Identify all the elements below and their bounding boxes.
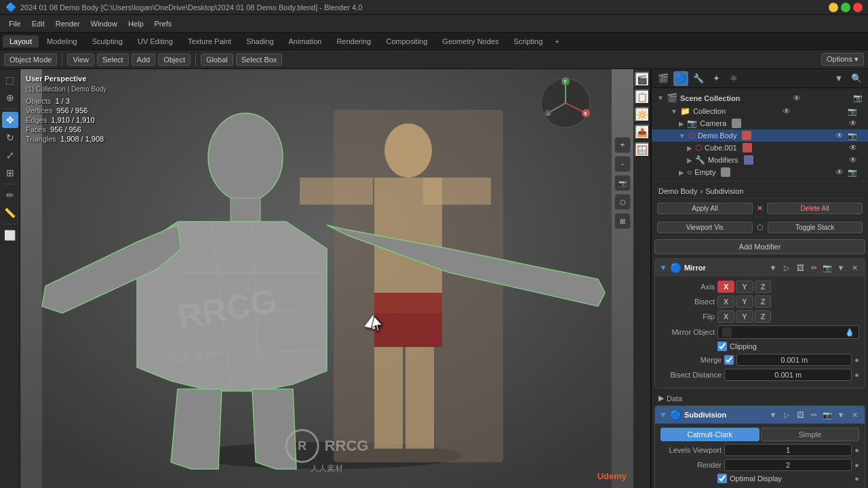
- annotate-tool[interactable]: ✏: [2, 187, 18, 203]
- add-modifier-button[interactable]: Add Modifier: [654, 239, 865, 254]
- axis-y-button[interactable]: Y: [736, 281, 753, 293]
- subdivision-expand-toggle[interactable]: ▼: [659, 410, 667, 420]
- outliner-empty[interactable]: ▶ ○ Empty 👁 📷: [652, 166, 868, 178]
- zoom-out-button[interactable]: -: [614, 156, 631, 172]
- render-value[interactable]: 2: [724, 459, 852, 471]
- demo-body-camera-icon[interactable]: 📷: [848, 131, 857, 140]
- empty-camera-icon[interactable]: 📷: [848, 168, 857, 177]
- measure-tool[interactable]: 📏: [2, 205, 18, 221]
- view-menu[interactable]: View: [67, 54, 94, 66]
- camera-eye[interactable]: 👁: [849, 119, 857, 128]
- optimal-dot[interactable]: ●: [854, 474, 859, 483]
- outliner-camera[interactable]: ▶ 📷 Camera 👁: [652, 117, 868, 129]
- tab-animation[interactable]: Animation: [282, 35, 329, 47]
- move-tool[interactable]: ✥: [2, 112, 18, 128]
- select-menu[interactable]: Select: [97, 54, 129, 66]
- axis-z-button[interactable]: Z: [755, 281, 772, 293]
- toggle-quad-button[interactable]: ⊞: [614, 213, 631, 229]
- toggle-stack-button[interactable]: Toggle Stack: [768, 222, 863, 233]
- viewport-vis-button[interactable]: Viewport Vis: [657, 222, 753, 233]
- outliner-cube-001[interactable]: ▶ ⬡ Cube.001 👁: [652, 142, 868, 154]
- bisect-distance-value[interactable]: 0.001 m: [724, 369, 852, 381]
- zoom-in-button[interactable]: +: [614, 137, 631, 153]
- minimize-button[interactable]: [829, 3, 838, 12]
- subdivision-camera-icon[interactable]: 📷: [821, 409, 833, 421]
- menu-help[interactable]: Help: [123, 18, 149, 29]
- modifier-panel-icon[interactable]: 🔧: [691, 71, 706, 86]
- mirror-camera-icon[interactable]: 📷: [821, 262, 833, 274]
- viewport-gizmo[interactable]: Y X -Z: [538, 76, 593, 130]
- add-menu[interactable]: Add: [132, 54, 156, 66]
- scale-tool[interactable]: ⤢: [2, 147, 18, 163]
- bisect-dot-icon[interactable]: ●: [854, 371, 859, 379]
- mirror-eyedropper[interactable]: 💧: [845, 328, 854, 337]
- orientation-dropdown[interactable]: Global: [201, 54, 233, 66]
- mirror-card-header[interactable]: ▼ 🔵 Mirror ▼ ▷ 🖼 ✏ 📷 ▼ ✕: [655, 259, 865, 277]
- render-settings-icon[interactable]: 🔆: [635, 107, 650, 122]
- close-button[interactable]: [853, 3, 863, 12]
- axis-x-button[interactable]: X: [717, 281, 734, 293]
- tab-sculpting[interactable]: Sculpting: [85, 35, 130, 47]
- camera-view-button[interactable]: 📷: [614, 175, 631, 191]
- levels-viewport-dot[interactable]: ●: [854, 446, 859, 454]
- physics-panel-icon[interactable]: ⚛: [726, 71, 741, 86]
- apply-all-close[interactable]: ✕: [754, 203, 766, 214]
- subdivision-realtime-icon[interactable]: ▷: [781, 409, 793, 421]
- clipping-checkbox[interactable]: [717, 342, 727, 351]
- outliner-collection[interactable]: ▼ 📁 Collection 👁 📷: [652, 105, 868, 117]
- menu-window[interactable]: Window: [86, 18, 122, 29]
- empty-eye[interactable]: 👁: [835, 167, 844, 177]
- mirror-edit-icon[interactable]: ✏: [808, 262, 820, 274]
- catmull-clark-button[interactable]: Catmull-Clark: [660, 428, 760, 441]
- modifiers-eye[interactable]: 👁: [849, 155, 857, 165]
- object-view-button[interactable]: ⬡: [614, 194, 631, 210]
- mirror-realtime-icon[interactable]: ▷: [781, 262, 793, 274]
- bisect-z-button[interactable]: Z: [755, 296, 772, 308]
- search-outliner[interactable]: 🔍: [849, 71, 864, 86]
- mirror-filter-icon[interactable]: ▼: [767, 262, 779, 274]
- data-section[interactable]: ▶ Data: [654, 391, 865, 405]
- tab-layout[interactable]: Layout: [3, 35, 39, 47]
- apply-all-button[interactable]: Apply All: [657, 203, 753, 214]
- outliner-demo-body[interactable]: ▼ ⬡ Demo Body 👁 📷: [652, 129, 868, 142]
- transform-tool[interactable]: ⊞: [2, 165, 18, 181]
- viewport-3d[interactable]: RRCG 人人素材 User Perspective (1) Collectio…: [20, 69, 633, 488]
- drag-dropdown[interactable]: Select Box: [236, 54, 283, 66]
- subdivision-render-icon[interactable]: 🖼: [794, 409, 806, 421]
- outliner-modifiers[interactable]: ▶ 🔧 Modifiers 👁: [652, 154, 868, 166]
- add-workspace-button[interactable]: +: [551, 36, 563, 47]
- merge-checkbox[interactable]: [724, 355, 734, 365]
- mirror-down-icon[interactable]: ▼: [835, 262, 847, 274]
- particle-panel-icon[interactable]: ✦: [709, 71, 724, 86]
- subdivision-filter-icon[interactable]: ▼: [767, 409, 779, 421]
- mirror-expand-toggle[interactable]: ▼: [659, 263, 667, 272]
- tab-compositing[interactable]: Compositing: [379, 35, 434, 47]
- scene-collection-camera[interactable]: 📷: [853, 94, 863, 102]
- viewport-vis-icon[interactable]: ⬡: [754, 222, 766, 233]
- tab-geometry-nodes[interactable]: Geometry Nodes: [435, 35, 505, 47]
- select-box-tool[interactable]: ⬚: [2, 72, 18, 88]
- mirror-close-icon[interactable]: ✕: [848, 262, 861, 274]
- tab-uv-editing[interactable]: UV Editing: [131, 35, 180, 47]
- demo-body-eye[interactable]: 👁: [835, 131, 844, 140]
- tab-scripting[interactable]: Scripting: [507, 35, 549, 47]
- subdivision-close-icon[interactable]: ✕: [848, 409, 861, 421]
- menu-prefs[interactable]: Prefs: [150, 18, 177, 29]
- flip-x-button[interactable]: X: [717, 310, 734, 323]
- tab-rendering[interactable]: Rendering: [330, 35, 378, 47]
- scene-collection-header[interactable]: ▼ 🎬 Scene Collection 👁 📷: [652, 91, 868, 105]
- object-panel-icon[interactable]: 🔵: [673, 71, 688, 86]
- collection-eye[interactable]: 👁: [783, 106, 791, 116]
- subdivision-edit-icon[interactable]: ✏: [808, 409, 820, 421]
- render-dot[interactable]: ●: [854, 461, 859, 469]
- bisect-y-button[interactable]: Y: [736, 296, 753, 308]
- layer-icon[interactable]: 📋: [635, 89, 650, 104]
- scene-collection-eye[interactable]: 👁: [793, 94, 801, 103]
- cube-eye[interactable]: 👁: [849, 143, 857, 152]
- tab-texture-paint[interactable]: Texture Paint: [181, 35, 238, 47]
- collection-camera-icon[interactable]: 📷: [848, 107, 857, 116]
- merge-dot-icon[interactable]: ●: [854, 356, 859, 364]
- flip-z-button[interactable]: Z: [755, 310, 772, 323]
- delete-all-button[interactable]: Delete All: [767, 203, 863, 214]
- levels-viewport-value[interactable]: 1: [724, 444, 852, 456]
